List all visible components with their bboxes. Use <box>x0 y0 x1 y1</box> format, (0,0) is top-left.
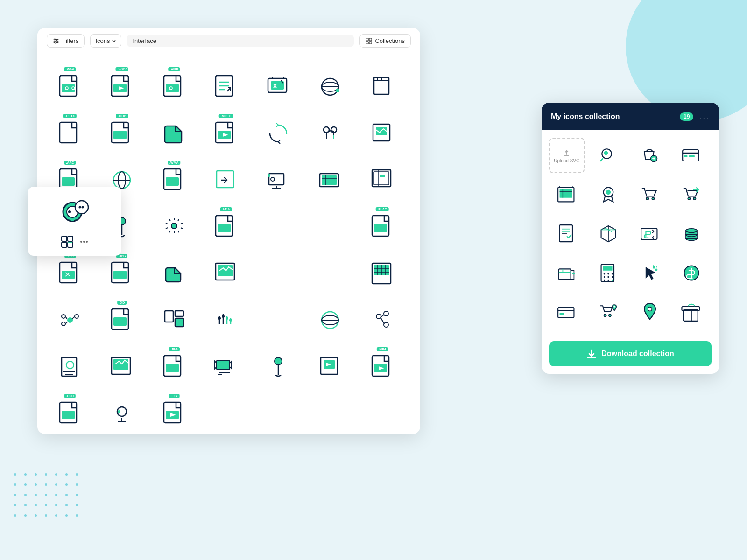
list-item[interactable] <box>47 297 93 343</box>
filter-button[interactable]: Filters <box>47 34 85 48</box>
list-item[interactable] <box>359 157 406 203</box>
list-item[interactable]: .MP4 <box>359 343 406 390</box>
list-item[interactable] <box>99 390 145 434</box>
format-badge: .PSD <box>64 394 76 398</box>
list-item[interactable] <box>203 343 249 390</box>
list-item[interactable]: .XLS <box>47 250 93 297</box>
search-bar[interactable] <box>127 35 354 47</box>
list-item[interactable]: .ODP <box>99 110 145 157</box>
svg-point-125 <box>275 357 282 365</box>
search-input[interactable] <box>133 37 348 44</box>
list-item[interactable] <box>674 294 709 330</box>
list-item[interactable] <box>307 297 353 343</box>
list-item[interactable] <box>632 216 668 252</box>
list-item[interactable]: .AIFF <box>151 63 197 110</box>
list-item[interactable]: .JPG <box>99 250 145 297</box>
list-item[interactable] <box>632 294 668 330</box>
list-item[interactable] <box>255 343 302 390</box>
list-item[interactable] <box>99 343 145 390</box>
svg-point-189 <box>604 273 605 274</box>
list-item[interactable] <box>203 250 249 297</box>
list-item[interactable] <box>151 203 197 250</box>
list-item[interactable] <box>591 177 626 212</box>
list-item[interactable] <box>203 157 249 203</box>
upload-svg-cell[interactable]: Upload SVG <box>549 138 585 173</box>
list-item[interactable] <box>307 110 353 157</box>
list-item[interactable] <box>203 297 249 343</box>
list-item[interactable]: .WAV <box>47 63 93 110</box>
collection-header: My icons collection 19 ... <box>542 103 719 130</box>
list-item[interactable] <box>359 63 406 110</box>
list-item[interactable]: .JPG <box>151 343 197 390</box>
list-item[interactable]: .M4A <box>203 203 249 250</box>
list-item[interactable]: .WMA <box>151 157 197 203</box>
list-item[interactable] <box>151 250 197 297</box>
list-item[interactable] <box>359 250 406 297</box>
list-item[interactable]: .XD <box>99 297 145 343</box>
list-item[interactable] <box>632 255 668 291</box>
list-item[interactable] <box>632 138 668 173</box>
list-item[interactable]: .PSD <box>47 390 93 434</box>
list-item[interactable] <box>549 255 585 291</box>
list-item[interactable] <box>255 63 302 110</box>
list-item[interactable] <box>47 343 93 390</box>
list-item[interactable]: .MPEG <box>203 110 249 157</box>
list-item[interactable] <box>591 138 626 173</box>
download-collection-button[interactable]: Download collection <box>549 341 712 366</box>
collections-button[interactable]: Collections <box>359 34 411 48</box>
svg-rect-70 <box>218 224 231 232</box>
svg-rect-186 <box>559 269 571 279</box>
list-item[interactable] <box>674 177 709 212</box>
list-item[interactable]: .FLV <box>151 390 197 434</box>
list-item[interactable] <box>255 250 302 297</box>
list-item[interactable] <box>549 177 585 212</box>
svg-rect-51 <box>217 171 233 188</box>
list-item[interactable] <box>674 255 709 291</box>
svg-line-92 <box>65 322 67 324</box>
list-item[interactable] <box>307 250 353 297</box>
list-item[interactable] <box>549 216 585 252</box>
svg-line-113 <box>381 317 384 324</box>
svg-rect-97 <box>175 318 183 327</box>
svg-rect-7 <box>369 38 372 40</box>
more-options-icon[interactable] <box>79 237 89 246</box>
list-item[interactable] <box>591 216 626 252</box>
list-item[interactable] <box>151 110 197 157</box>
svg-point-154 <box>83 241 85 243</box>
list-item[interactable] <box>307 343 353 390</box>
list-item[interactable] <box>591 294 626 330</box>
list-item[interactable] <box>632 177 668 212</box>
svg-rect-9 <box>369 41 372 43</box>
list-item[interactable] <box>255 297 302 343</box>
list-item[interactable]: .FLAC <box>359 203 406 250</box>
collections-icon <box>366 38 372 44</box>
add-to-collection-icon[interactable] <box>61 235 74 248</box>
svg-point-56 <box>268 174 270 177</box>
list-item[interactable] <box>255 110 302 157</box>
list-item[interactable] <box>307 157 353 203</box>
list-item[interactable] <box>203 63 249 110</box>
svg-point-38 <box>331 127 337 133</box>
filter-label: Filters <box>62 37 78 44</box>
collection-more-button[interactable]: ... <box>699 111 710 122</box>
list-item[interactable] <box>307 63 353 110</box>
icons-dropdown[interactable]: Icons <box>90 34 121 48</box>
list-item[interactable] <box>255 157 302 203</box>
list-item[interactable] <box>151 297 197 343</box>
list-item[interactable]: .WMV <box>99 63 145 110</box>
list-item[interactable] <box>359 297 406 343</box>
list-item[interactable] <box>674 216 709 252</box>
svg-point-111 <box>384 322 388 327</box>
list-item[interactable]: .PPTX <box>47 110 93 157</box>
list-item[interactable] <box>549 294 585 330</box>
svg-point-145 <box>79 206 81 209</box>
list-item[interactable] <box>359 110 406 157</box>
upload-icon <box>562 148 571 157</box>
collection-count: 19 <box>680 112 693 121</box>
list-item[interactable] <box>674 138 709 173</box>
format-badge: .FLV <box>169 394 180 398</box>
svg-point-196 <box>607 280 609 281</box>
list-item[interactable] <box>591 255 626 291</box>
svg-point-103 <box>222 315 225 318</box>
svg-point-135 <box>118 410 120 413</box>
